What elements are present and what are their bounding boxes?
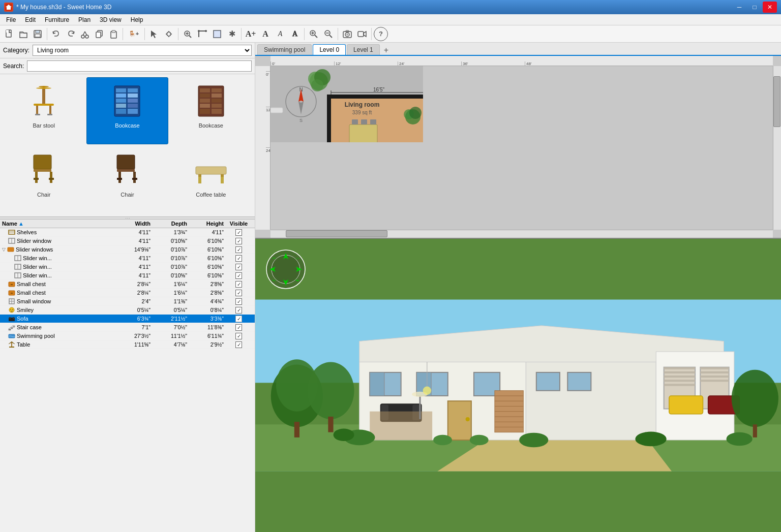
table-row[interactable]: Slider win... 4'11" 0'10⅞" 6'10⅝" xyxy=(0,254,255,263)
table-row[interactable]: Swimming pool 27'3½" 11'1½" 6'11¾" xyxy=(0,332,255,340)
furniture-item-bar-stool[interactable]: Bar stool xyxy=(3,77,84,144)
svg-text:16'5": 16'5" xyxy=(373,87,385,92)
table-row[interactable]: Table 1'11⅝" 4'7⅛" 2'9½" xyxy=(0,340,255,349)
table-row[interactable]: ▽ Slider windows 14'9⅛" 0'10⅞" 6'10⅝" xyxy=(0,245,255,254)
svg-rect-56 xyxy=(128,109,138,114)
polyline-button[interactable]: ✱ xyxy=(225,27,239,41)
col-height-header[interactable]: Height xyxy=(188,221,224,227)
table-row[interactable]: Small chest 2'8¼" 1'6¼" 2'8⅝" xyxy=(0,280,255,289)
table-row[interactable]: Slider window 4'11" 0'10⅝" 6'10⅝" xyxy=(0,237,255,245)
menu-help[interactable]: Help xyxy=(127,15,147,24)
sep8 xyxy=(371,28,372,40)
visible-checkbox[interactable] xyxy=(235,290,242,296)
photo-button[interactable] xyxy=(340,27,354,41)
scrollbar-horizontal[interactable] xyxy=(271,230,773,238)
help-button[interactable]: ? xyxy=(374,27,388,41)
svg-rect-58 xyxy=(200,88,210,92)
tab-level-1[interactable]: Level 1 xyxy=(347,44,380,55)
pan-button[interactable] xyxy=(162,27,176,41)
furniture-item-coffee-table[interactable]: Coffee table xyxy=(170,146,252,213)
new-button[interactable] xyxy=(2,27,16,41)
svg-rect-71 xyxy=(50,172,52,183)
visible-checkbox[interactable] xyxy=(235,272,242,279)
plan-svg[interactable]: N S xyxy=(271,66,423,142)
table-row[interactable]: Slider win... 4'11" 0'10⅝" 6'10⅝" xyxy=(0,271,255,280)
add-tab-button[interactable]: + xyxy=(381,46,392,55)
furniture-item-chair-2[interactable]: Chair xyxy=(86,146,168,213)
create-rooms-button[interactable] xyxy=(210,27,224,41)
table-row[interactable]: Shelves 4'11" 1'3¾" 4'11" xyxy=(0,228,255,237)
save-button[interactable] xyxy=(31,27,45,41)
open-button[interactable] xyxy=(16,27,31,41)
visible-checkbox[interactable] xyxy=(235,333,242,339)
table-row-sofa[interactable]: Sofa 6'3¾" 2'11½" 3'3⅜" xyxy=(0,315,255,323)
svg-rect-262 xyxy=(328,417,333,432)
close-button[interactable]: ✕ xyxy=(763,2,777,13)
scrollbar-vertical[interactable] xyxy=(773,66,781,230)
menu-edit[interactable]: Edit xyxy=(21,15,40,24)
visible-checkbox[interactable] xyxy=(235,281,242,288)
menu-3dview[interactable]: 3D view xyxy=(96,15,126,24)
zoom-out-button[interactable] xyxy=(321,27,336,41)
visible-checkbox[interactable] xyxy=(235,307,242,314)
plan-view[interactable]: 0' 12' 24' 36' 48' 0' 12' 24' xyxy=(255,56,781,239)
category-select[interactable]: Living room Bedroom Kitchen Bathroom Off… xyxy=(33,45,252,56)
video-button[interactable] xyxy=(355,27,369,41)
text-outline-button[interactable]: A xyxy=(288,27,302,41)
visible-checkbox[interactable] xyxy=(235,316,242,322)
furniture-item-bookcase-brown[interactable]: Bookcase xyxy=(170,77,252,144)
visible-checkbox[interactable] xyxy=(235,341,242,348)
maximize-button[interactable]: □ xyxy=(747,2,762,13)
col-depth-header[interactable]: Depth xyxy=(152,221,187,227)
visible-checkbox[interactable] xyxy=(235,238,242,244)
svg-rect-243 xyxy=(370,412,432,440)
visible-checkbox[interactable] xyxy=(235,298,242,305)
table-row[interactable]: Slider win... 4'11" 0'10⅞" 6'10⅝" xyxy=(0,263,255,271)
tab-level-0[interactable]: Level 0 xyxy=(313,44,346,55)
table-row[interactable]: Stair case 7'1" 7'0½" 11'8⅜" xyxy=(0,323,255,332)
svg-rect-164 xyxy=(361,119,367,124)
svg-point-104 xyxy=(10,309,11,310)
svg-rect-65 xyxy=(212,104,222,108)
zoom-region-button[interactable] xyxy=(181,27,195,41)
svg-rect-225 xyxy=(664,384,695,386)
col-name-header[interactable]: Name ▲ xyxy=(2,221,114,227)
furniture-item-bookcase-blue[interactable]: Bookcase xyxy=(86,77,168,144)
navigation-circle[interactable] xyxy=(265,249,306,290)
table-row[interactable]: Small chest 2'8¼" 1'6¼" 2'8⅝" xyxy=(0,289,255,297)
search-input[interactable] xyxy=(27,60,252,72)
menu-plan[interactable]: Plan xyxy=(74,15,95,24)
add-furniture-button[interactable]: 🪑+ xyxy=(125,27,142,41)
furniture-item-chair-1[interactable]: Chair xyxy=(3,146,84,213)
visible-checkbox[interactable] xyxy=(235,229,242,236)
tab-swimming-pool[interactable]: Swimming pool xyxy=(257,44,312,55)
visible-checkbox[interactable] xyxy=(235,264,242,270)
table-row[interactable]: Small window 2'4" 1'1⅜" 4'4¾" xyxy=(0,297,255,306)
view-3d[interactable] xyxy=(255,239,781,532)
minimize-button[interactable]: ─ xyxy=(732,2,746,13)
col-width-header[interactable]: Width xyxy=(115,221,151,227)
category-row: Category: Living room Bedroom Kitchen Ba… xyxy=(0,43,255,58)
menu-furniture[interactable]: Furniture xyxy=(41,15,73,24)
copy-button[interactable] xyxy=(92,27,106,41)
zoom-in-button[interactable] xyxy=(307,27,321,41)
svg-rect-110 xyxy=(11,327,13,329)
text-medium-button[interactable]: A xyxy=(258,27,273,41)
text-large-button[interactable]: A+ xyxy=(244,27,258,41)
menu-file[interactable]: File xyxy=(2,15,20,24)
sep4 xyxy=(178,28,178,40)
table-row[interactable]: Smiley 0'5¼" 0'5¼" 0'8¼" xyxy=(0,306,255,315)
svg-rect-38 xyxy=(39,86,49,87)
visible-checkbox[interactable] xyxy=(235,324,242,331)
redo-button[interactable] xyxy=(64,27,78,41)
visible-checkbox[interactable] xyxy=(235,255,242,262)
paste-button[interactable] xyxy=(106,27,121,41)
select-button[interactable] xyxy=(147,27,161,41)
text-small-button[interactable]: A xyxy=(273,27,287,41)
cut-button[interactable] xyxy=(78,27,92,41)
create-walls-button[interactable] xyxy=(195,27,209,41)
visible-checkbox[interactable] xyxy=(235,246,242,253)
col-visible-header[interactable]: Visible xyxy=(225,221,253,227)
bar-stool-label: Bar stool xyxy=(33,122,54,129)
undo-button[interactable] xyxy=(49,27,64,41)
